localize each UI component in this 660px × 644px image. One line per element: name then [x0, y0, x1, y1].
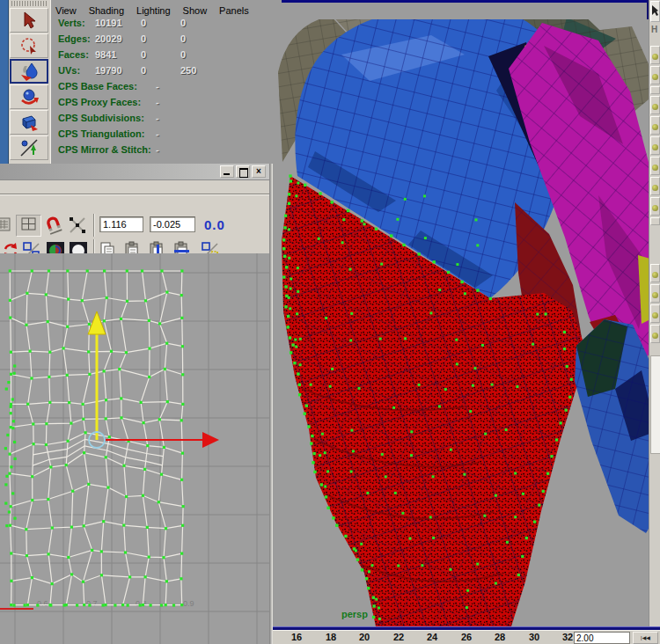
v-coordinate-field[interactable] — [150, 216, 195, 232]
shelf-button[interactable] — [650, 197, 660, 216]
rotate-view-tool-button[interactable] — [10, 84, 48, 109]
shelf-button[interactable] — [650, 66, 660, 84]
side-toolbar-strip: H — [649, 0, 660, 626]
uv-grid-view: 0.6 0.7 0.8 0.9 — [0, 253, 269, 644]
frame-tick[interactable]: 30 — [529, 632, 539, 642]
snap-points-icon[interactable] — [68, 216, 87, 235]
sphere-icon — [652, 74, 658, 80]
paint-select-tool-button[interactable] — [10, 59, 48, 84]
sphere-icon — [652, 165, 658, 171]
uv-texture-editor-window: × 0.0 — [0, 164, 273, 644]
uv-window-right-border — [269, 164, 273, 644]
sphere-icon — [652, 144, 658, 150]
frame-tick[interactable]: 26 — [461, 632, 472, 642]
frame-tick[interactable]: 16 — [291, 632, 302, 642]
frame-tick[interactable]: 32 — [562, 632, 573, 642]
select-cursor-icon[interactable] — [650, 1, 660, 22]
shelf-button[interactable] — [650, 116, 660, 135]
maya-application-window: View Shading Lighting Show Panels — [0, 0, 660, 644]
svg-text:0.9: 0.9 — [183, 599, 194, 608]
close-button[interactable]: × — [252, 165, 266, 178]
sphere-icon — [652, 124, 658, 130]
sphere-icon — [652, 312, 658, 318]
u-coordinate-field[interactable] — [99, 216, 143, 232]
viewport-menubar: View Shading Lighting Show Panels — [51, 2, 249, 19]
uv-editor-titlebar[interactable]: × — [0, 164, 269, 180]
magnet-snap-icon[interactable] — [44, 216, 63, 235]
shelf-button[interactable] — [650, 325, 660, 343]
menu-show[interactable]: Show — [183, 5, 208, 16]
maximize-button[interactable] — [236, 165, 250, 178]
scale-tool-button[interactable] — [10, 135, 48, 160]
frame-tick[interactable]: 28 — [495, 632, 505, 642]
shelf-tab[interactable] — [650, 86, 660, 94]
shelf-button[interactable] — [650, 304, 660, 323]
shelf-button[interactable] — [650, 284, 660, 303]
go-to-start-button[interactable]: |◀◀ — [633, 632, 658, 644]
menu-shading[interactable]: Shading — [89, 5, 124, 16]
uv-canvas[interactable]: 0.6 0.7 0.8 0.9 — [0, 253, 269, 644]
sphere-icon — [652, 272, 658, 278]
sphere-icon — [652, 185, 658, 191]
minimize-button[interactable] — [220, 165, 234, 178]
toolbox-panel — [9, 0, 51, 164]
sphere-icon — [652, 205, 658, 211]
menu-panels[interactable]: Panels — [219, 5, 249, 16]
move-tool-button[interactable] — [10, 110, 48, 135]
shelf-button[interactable] — [650, 177, 660, 195]
manipulator-x-arrowhead[interactable] — [202, 432, 219, 448]
distance-readout: 0.0 — [204, 217, 225, 232]
viewport-active-border-top — [282, 0, 649, 3]
side-panel-blank-area — [650, 355, 660, 454]
window-controls: × — [220, 165, 266, 178]
shelf-button[interactable] — [650, 46, 660, 64]
time-slider-bar[interactable]: 16 18 20 22 24 26 28 30 32 |◀◀ — [271, 630, 660, 644]
frame-tick[interactable]: 20 — [359, 632, 370, 642]
sphere-icon — [652, 54, 658, 60]
menu-view[interactable]: View — [55, 5, 77, 16]
camera-label[interactable]: persp — [341, 609, 368, 619]
shelf-button[interactable] — [650, 136, 660, 155]
shelf-button[interactable] — [650, 157, 660, 175]
grid-toggle-icon[interactable] — [16, 215, 41, 237]
frame-tick[interactable]: 22 — [393, 632, 404, 642]
select-tool-button[interactable] — [10, 8, 48, 33]
toolbar-groove — [0, 194, 269, 195]
background-window-edge — [0, 0, 9, 164]
sphere-icon — [652, 333, 658, 339]
frame-tick[interactable]: 24 — [427, 632, 437, 642]
current-time-field[interactable] — [574, 632, 630, 644]
shelf-button[interactable] — [650, 96, 660, 114]
uv-editor-toolbar: 0.0 — [0, 180, 269, 253]
shelf-tab[interactable] — [650, 217, 660, 225]
shelf-button[interactable] — [650, 264, 660, 282]
sphere-icon — [652, 104, 658, 110]
svg-text:0.7: 0.7 — [86, 599, 98, 608]
lasso-select-tool-button[interactable] — [10, 33, 48, 58]
toolbox-drag-handle[interactable] — [11, 1, 48, 6]
uv-gridlines — [0, 253, 269, 644]
numpad-icon[interactable] — [0, 216, 12, 235]
menu-lighting[interactable]: Lighting — [136, 5, 171, 16]
panel-header-label: H — [651, 25, 657, 34]
sphere-icon — [652, 292, 658, 298]
frame-tick[interactable]: 18 — [326, 632, 336, 642]
toolbar-separator — [93, 214, 95, 237]
time-slider: 16 18 20 22 24 26 28 30 32 |◀◀ — [271, 626, 660, 644]
